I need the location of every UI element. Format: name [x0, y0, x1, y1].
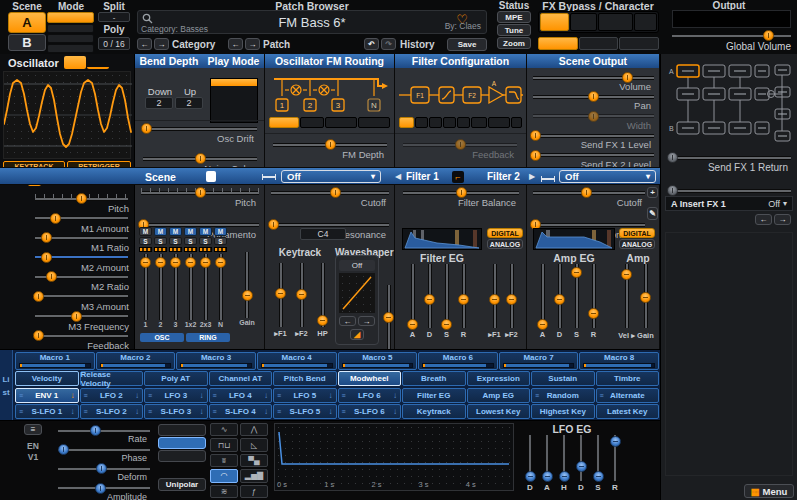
- macro-slot[interactable]: Macro 5: [338, 352, 418, 370]
- lfo-name-vertical[interactable]: ENV1: [26, 441, 40, 463]
- mod-source-cell[interactable]: ≡ S-LFO 3 ↓: [144, 404, 208, 419]
- gain-fader[interactable]: [242, 252, 253, 318]
- arrow-down-icon[interactable]: ↓: [71, 407, 75, 416]
- macro-slot[interactable]: Macro 6: [418, 352, 498, 370]
- lfo-shape-button-noise[interactable]: ʬ: [210, 454, 238, 467]
- eg-slider[interactable]: [458, 264, 469, 328]
- filter-config-mode[interactable]: [471, 117, 487, 128]
- lfo-menu-icon[interactable]: ≡: [24, 424, 42, 435]
- filter-config-mode[interactable]: [511, 117, 522, 128]
- channel-fader[interactable]: [155, 254, 166, 320]
- lfo-shape-button-envelope[interactable]: ◠: [210, 469, 238, 482]
- channel-fader[interactable]: [215, 254, 226, 320]
- waveshaper-analysis-icon[interactable]: ◢: [350, 329, 364, 340]
- arrow-down-icon[interactable]: ↓: [200, 407, 204, 416]
- fx-bypass-option[interactable]: [634, 13, 657, 31]
- filter-config-mode[interactable]: [457, 117, 470, 128]
- menu-icon[interactable]: ≡: [535, 392, 539, 399]
- mod-source-cell[interactable]: Sustain: [531, 371, 595, 386]
- lfo-shape-button-triangle[interactable]: ⋀: [240, 423, 268, 436]
- macro-value-bar[interactable]: [19, 363, 91, 368]
- filter1-prev-icon[interactable]: ◀: [395, 172, 401, 181]
- fx-prev-button[interactable]: ←: [755, 214, 772, 225]
- waveshaper-next-button[interactable]: →: [358, 316, 375, 326]
- play-mode-option[interactable]: [211, 101, 257, 108]
- unipolar-button[interactable]: Unipolar: [158, 478, 206, 491]
- macro-slot[interactable]: Macro 2: [96, 352, 176, 370]
- waveshaper-prev-button[interactable]: ←: [339, 316, 356, 326]
- split-value[interactable]: -: [98, 12, 130, 22]
- menu-button[interactable]: ▦ Menu: [744, 484, 794, 498]
- channel-fader[interactable]: [200, 254, 211, 320]
- oscillator-tab[interactable]: [64, 56, 86, 69]
- macro-value-bar[interactable]: [261, 363, 333, 368]
- status-button[interactable]: MPE: [497, 11, 531, 23]
- global-volume-slider[interactable]: [672, 30, 791, 41]
- macro-slot[interactable]: Macro 8: [579, 352, 659, 370]
- menu-icon[interactable]: ≡: [19, 392, 23, 399]
- menu-icon[interactable]: ≡: [19, 408, 23, 415]
- mod-source-cell[interactable]: Channel AT: [209, 371, 273, 386]
- bend-up-value[interactable]: 2: [175, 97, 203, 109]
- eg-slider[interactable]: [441, 264, 452, 328]
- fx-bypass-option[interactable]: [570, 13, 597, 31]
- amp-slider[interactable]: [640, 264, 651, 328]
- mod-source-cell[interactable]: ≡ Alternate: [596, 388, 660, 403]
- macro-value-bar[interactable]: [583, 363, 655, 368]
- mod-source-cell[interactable]: Latest Key: [596, 404, 660, 419]
- edit-icon[interactable]: ✎: [647, 207, 658, 220]
- ring-group-label[interactable]: RING: [186, 333, 230, 342]
- channel-fader[interactable]: [140, 254, 151, 320]
- lfo-shape-button-step[interactable]: ▂▅▇: [240, 469, 268, 482]
- menu-icon[interactable]: ≡: [600, 392, 604, 399]
- macro-value-bar[interactable]: [342, 363, 414, 368]
- play-mode-option[interactable]: [211, 93, 257, 100]
- mod-source-cell[interactable]: ≡ S-LFO 4 ↓: [209, 404, 273, 419]
- arrow-down-icon[interactable]: ↓: [393, 391, 397, 400]
- fm-routing-mode[interactable]: [269, 117, 299, 128]
- play-mode-option[interactable]: [211, 115, 257, 122]
- solo-button[interactable]: S: [199, 237, 212, 245]
- amp-slider[interactable]: [621, 264, 632, 328]
- scene-octave-button[interactable]: [216, 171, 226, 182]
- solo-button[interactable]: S: [169, 237, 182, 245]
- solo-button[interactable]: S: [139, 237, 152, 245]
- insert-fx-bar[interactable]: A Insert FX 1 Off ▾: [665, 196, 793, 211]
- eg-slider[interactable]: [424, 264, 435, 328]
- lfo-shape-button-formula[interactable]: ƒ: [240, 485, 268, 498]
- scene-b-button[interactable]: B: [8, 34, 46, 51]
- eg-slider[interactable]: [407, 264, 418, 328]
- bend-down-value[interactable]: 2: [145, 97, 173, 109]
- mod-source-cell[interactable]: ≡ LFO 3 ↓: [144, 388, 208, 403]
- mod-source-cell[interactable]: Highest Key: [531, 404, 595, 419]
- menu-icon[interactable]: ≡: [84, 408, 88, 415]
- mode-option[interactable]: [47, 44, 94, 53]
- arrow-down-icon[interactable]: ↓: [135, 407, 139, 416]
- mod-source-cell[interactable]: ≡ S-LFO 5 ↓: [273, 404, 337, 419]
- trigger-mode-button[interactable]: [158, 450, 206, 462]
- lfo-shape-button-sine[interactable]: ∿: [210, 423, 238, 436]
- mod-source-cell[interactable]: ≡ LFO 2 ↓: [80, 388, 144, 403]
- macro-slot[interactable]: Macro 1: [15, 352, 95, 370]
- history-label[interactable]: History: [400, 39, 444, 50]
- scene-a-button[interactable]: A: [8, 12, 46, 33]
- filter-config-mode[interactable]: [415, 117, 428, 128]
- menu-icon[interactable]: ≡: [148, 392, 152, 399]
- patch-next-button[interactable]: →: [245, 38, 260, 50]
- fx-bypass-option[interactable]: [540, 13, 569, 31]
- macro-slot[interactable]: Macro 7: [499, 352, 579, 370]
- mod-source-cell[interactable]: ≡ LFO 5 ↓: [273, 388, 337, 403]
- macro-value-bar[interactable]: [100, 363, 172, 368]
- arrow-down-icon[interactable]: ↓: [264, 407, 268, 416]
- fm-routing-mode[interactable]: [358, 117, 390, 128]
- filter1-label[interactable]: Filter 1: [406, 171, 439, 182]
- keytrack-slider[interactable]: [275, 263, 286, 327]
- fx-next-button[interactable]: →: [774, 214, 791, 225]
- arrow-down-icon[interactable]: ↓: [200, 391, 204, 400]
- mute-button[interactable]: M: [169, 227, 182, 236]
- oscillator-tab[interactable]: [87, 56, 109, 69]
- mod-source-cell[interactable]: Velocity: [15, 371, 79, 386]
- mod-source-cell[interactable]: Timbre: [596, 371, 660, 386]
- trigger-mode-button[interactable]: [158, 437, 206, 449]
- lfo-eg-slider[interactable]: [610, 435, 621, 481]
